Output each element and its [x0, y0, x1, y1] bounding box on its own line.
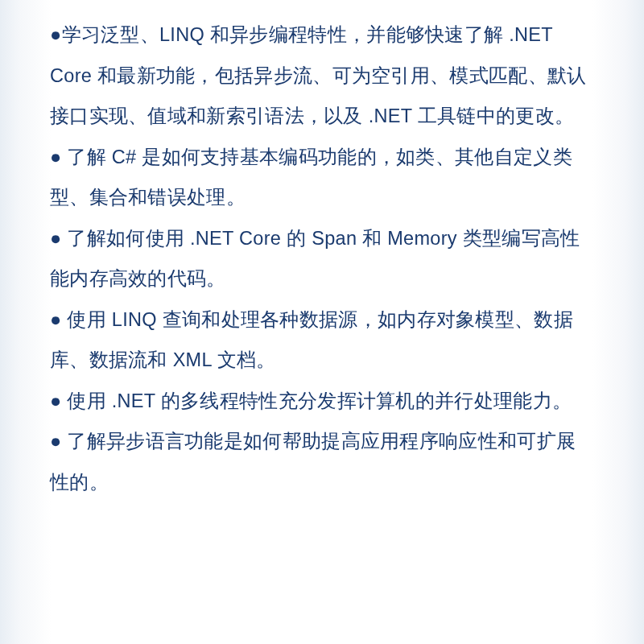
list-item: ● 了解 C# 是如何支持基本编码功能的，如类、其他自定义类型、集合和错误处理。 — [50, 137, 594, 218]
bullet-marker: ● — [50, 390, 62, 411]
list-item-text: 了解异步语言功能是如何帮助提高应用程序响应性和可扩展性的。 — [50, 431, 576, 493]
bullet-marker: ● — [50, 147, 62, 167]
bullet-marker: ● — [50, 309, 62, 330]
list-item: ● 了解异步语言功能是如何帮助提高应用程序响应性和可扩展性的。 — [50, 421, 594, 502]
list-item-text: 了解 C# 是如何支持基本编码功能的，如类、其他自定义类型、集合和错误处理。 — [50, 147, 572, 208]
list-item-text: 学习泛型、LINQ 和异步编程特性，并能够快速了解 .NET Core 和最新功… — [50, 24, 586, 126]
list-item-text: 了解如何使用 .NET Core 的 Span 和 Memory 类型编写高性能… — [50, 228, 580, 290]
bullet-marker: ● — [50, 431, 62, 452]
bullet-marker: ● — [50, 24, 62, 45]
list-item: ● 了解如何使用 .NET Core 的 Span 和 Memory 类型编写高… — [50, 218, 594, 299]
bullet-marker: ● — [50, 228, 62, 249]
document-content: ●学习泛型、LINQ 和异步编程特性，并能够快速了解 .NET Core 和最新… — [50, 14, 594, 502]
list-item-text: 使用 LINQ 查询和处理各种数据源，如内存对象模型、数据库、数据流和 XML … — [50, 309, 573, 371]
list-item: ● 使用 LINQ 查询和处理各种数据源，如内存对象模型、数据库、数据流和 XM… — [50, 299, 594, 381]
list-item: ● 使用 .NET 的多线程特性充分发挥计算机的并行处理能力。 — [50, 381, 594, 422]
list-item: ●学习泛型、LINQ 和异步编程特性，并能够快速了解 .NET Core 和最新… — [50, 14, 594, 137]
list-item-text: 使用 .NET 的多线程特性充分发挥计算机的并行处理能力。 — [62, 390, 572, 411]
